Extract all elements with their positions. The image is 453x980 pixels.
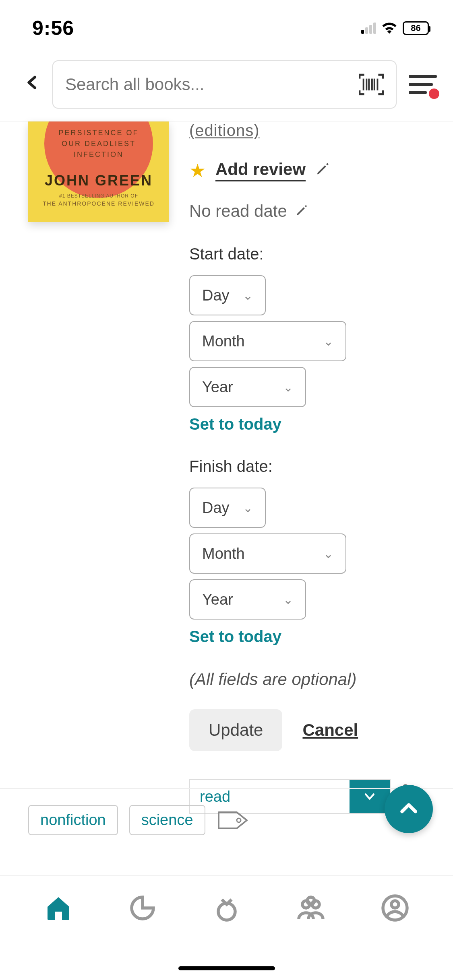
nav-awards-icon[interactable] xyxy=(211,892,243,924)
no-read-date-row: No read date xyxy=(189,202,433,221)
select-label: Month xyxy=(202,333,245,350)
scroll-top-fab[interactable] xyxy=(385,785,433,833)
start-day-select[interactable]: Day ⌄ xyxy=(189,275,266,315)
action-row: Update Cancel xyxy=(189,709,433,751)
optional-note: (All fields are optional) xyxy=(189,670,433,689)
chevron-down-icon: ⌄ xyxy=(243,288,253,303)
chevron-down-icon: ⌄ xyxy=(283,593,293,607)
select-label: Day xyxy=(202,287,230,304)
cellular-signal-icon xyxy=(361,23,376,34)
status-bar: 9:56 86 xyxy=(0,0,453,52)
star-icon: ★ xyxy=(189,160,206,181)
status-right: 86 xyxy=(361,19,429,37)
bottom-nav xyxy=(0,875,453,940)
start-year-select[interactable]: Year ⌄ xyxy=(189,367,306,407)
update-button[interactable]: Update xyxy=(189,709,282,751)
cover-column: PERSISTENCE OF OUR DEADLIEST INFECTION J… xyxy=(28,121,173,814)
finish-date-label: Finish date: xyxy=(189,457,433,476)
select-label: Day xyxy=(202,499,230,517)
nav-stats-icon[interactable] xyxy=(126,892,159,924)
battery-indicator: 86 xyxy=(403,21,429,35)
nav-home-icon[interactable] xyxy=(42,892,74,924)
chevron-down-icon: ⌄ xyxy=(243,501,253,515)
back-button[interactable] xyxy=(24,72,40,98)
status-time: 9:56 xyxy=(32,16,74,40)
barcode-scan-icon[interactable] xyxy=(359,74,384,95)
search-input[interactable] xyxy=(65,75,351,94)
add-tag-icon[interactable] xyxy=(217,810,249,830)
cancel-link[interactable]: Cancel xyxy=(302,721,358,740)
tag-nonfiction[interactable]: nonfiction xyxy=(28,805,118,835)
details-column: (editions) ★ Add review No read date Sta… xyxy=(173,121,433,814)
home-indicator xyxy=(178,966,275,970)
svg-point-4 xyxy=(307,897,314,904)
content: PERSISTENCE OF OUR DEADLIEST INFECTION J… xyxy=(0,121,453,814)
cover-prev-book: THE ANTHROPOCENE REVIEWED xyxy=(43,200,155,207)
cover-author: JOHN GREEN xyxy=(45,172,153,189)
pencil-icon[interactable] xyxy=(315,162,330,180)
svg-point-6 xyxy=(391,901,399,908)
tag-science[interactable]: science xyxy=(129,805,205,835)
top-bar xyxy=(0,52,453,121)
wifi-icon xyxy=(381,19,398,37)
notification-dot-icon xyxy=(429,89,439,99)
finish-set-today-link[interactable]: Set to today xyxy=(189,628,433,646)
finish-year-select[interactable]: Year ⌄ xyxy=(189,579,306,620)
chevron-down-icon: ⌄ xyxy=(323,547,333,561)
add-review-link[interactable]: Add review xyxy=(215,160,306,181)
start-set-today-link[interactable]: Set to today xyxy=(189,415,433,433)
finish-month-select[interactable]: Month ⌄ xyxy=(189,533,346,574)
select-label: Year xyxy=(202,379,233,396)
add-review-row: ★ Add review xyxy=(189,160,433,181)
chevron-down-icon: ⌄ xyxy=(323,334,333,348)
finish-day-select[interactable]: Day ⌄ xyxy=(189,488,266,528)
nav-community-icon[interactable] xyxy=(295,892,327,924)
select-label: Month xyxy=(202,545,245,562)
no-read-date-label: No read date xyxy=(189,202,287,221)
book-cover[interactable]: PERSISTENCE OF OUR DEADLIEST INFECTION J… xyxy=(28,121,169,222)
chevron-down-icon: ⌄ xyxy=(283,380,293,394)
tags-row: nonfiction science xyxy=(0,788,453,851)
cover-subtitle: PERSISTENCE OF OUR DEADLIEST INFECTION xyxy=(58,128,139,160)
select-label: Year xyxy=(202,591,233,608)
pencil-icon[interactable] xyxy=(295,204,308,218)
nav-profile-icon[interactable] xyxy=(379,892,411,924)
start-date-label: Start date: xyxy=(189,245,433,263)
editions-link[interactable]: (editions) xyxy=(189,121,433,140)
search-box[interactable] xyxy=(52,60,397,109)
cover-bestseller-tag: #1 BESTSELLING AUTHOR OF xyxy=(59,193,138,199)
menu-button[interactable] xyxy=(409,72,437,97)
svg-point-0 xyxy=(237,818,241,822)
start-month-select[interactable]: Month ⌄ xyxy=(189,321,346,361)
